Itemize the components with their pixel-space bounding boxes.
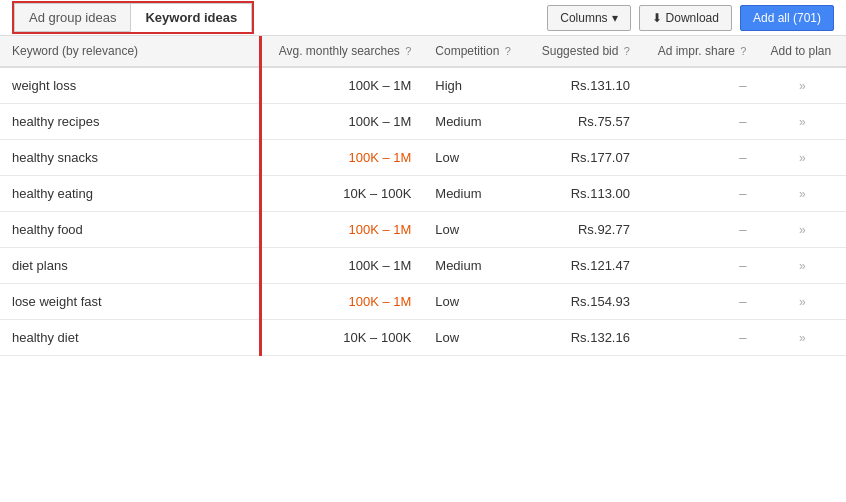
add-to-plan-icon[interactable]: »: [799, 187, 806, 201]
header-avg-monthly: Avg. monthly searches ?: [260, 36, 423, 67]
cell-avg-monthly: 100K – 1M: [260, 104, 423, 140]
header-add-to-plan: Add to plan: [758, 36, 846, 67]
header-keyword: Keyword (by relevance): [0, 36, 260, 67]
cell-add-to-plan[interactable]: »: [758, 320, 846, 356]
cell-keyword: diet plans: [0, 248, 260, 284]
cell-competition: Low: [423, 212, 526, 248]
cell-competition: Medium: [423, 176, 526, 212]
table-row: weight loss 100K – 1M High Rs.131.10 – »: [0, 67, 846, 104]
header-ad-impr: Ad impr. share ?: [642, 36, 759, 67]
cell-add-to-plan[interactable]: »: [758, 176, 846, 212]
add-to-plan-icon[interactable]: »: [799, 115, 806, 129]
keyword-table: Keyword (by relevance) Avg. monthly sear…: [0, 36, 846, 356]
cell-suggested-bid: Rs.131.10: [526, 67, 642, 104]
cell-suggested-bid: Rs.177.07: [526, 140, 642, 176]
add-to-plan-icon[interactable]: »: [799, 223, 806, 237]
competition-help-icon[interactable]: ?: [505, 45, 511, 57]
cell-avg-monthly: 100K – 1M: [260, 284, 423, 320]
cell-add-to-plan[interactable]: »: [758, 140, 846, 176]
cell-ad-impr: –: [642, 248, 759, 284]
table-header-row: Keyword (by relevance) Avg. monthly sear…: [0, 36, 846, 67]
keyword-table-container: Keyword (by relevance) Avg. monthly sear…: [0, 36, 846, 502]
download-label: Download: [666, 11, 719, 25]
add-to-plan-icon[interactable]: »: [799, 259, 806, 273]
add-to-plan-icon[interactable]: »: [799, 79, 806, 93]
cell-keyword: healthy eating: [0, 176, 260, 212]
add-all-button[interactable]: Add all (701): [740, 5, 834, 31]
header-competition: Competition ?: [423, 36, 526, 67]
add-all-label: Add all (701): [753, 11, 821, 25]
cell-avg-monthly: 100K – 1M: [260, 248, 423, 284]
tab-keyword-ideas[interactable]: Keyword ideas: [130, 3, 252, 32]
suggested-bid-help-icon[interactable]: ?: [624, 45, 630, 57]
table-row: healthy eating 10K – 100K Medium Rs.113.…: [0, 176, 846, 212]
cell-add-to-plan[interactable]: »: [758, 212, 846, 248]
tab-ad-group[interactable]: Ad group ideas: [14, 3, 130, 32]
table-row: healthy snacks 100K – 1M Low Rs.177.07 –…: [0, 140, 846, 176]
cell-competition: Low: [423, 284, 526, 320]
table-row: lose weight fast 100K – 1M Low Rs.154.93…: [0, 284, 846, 320]
cell-ad-impr: –: [642, 284, 759, 320]
cell-add-to-plan[interactable]: »: [758, 104, 846, 140]
cell-add-to-plan[interactable]: »: [758, 248, 846, 284]
cell-avg-monthly: 10K – 100K: [260, 176, 423, 212]
add-to-plan-icon[interactable]: »: [799, 295, 806, 309]
columns-arrow-icon: ▾: [612, 11, 618, 25]
cell-add-to-plan[interactable]: »: [758, 67, 846, 104]
cell-keyword: healthy snacks: [0, 140, 260, 176]
cell-suggested-bid: Rs.154.93: [526, 284, 642, 320]
cell-competition: Medium: [423, 104, 526, 140]
top-bar: Ad group ideas Keyword ideas Columns ▾ ⬇…: [0, 0, 846, 36]
cell-keyword: healthy diet: [0, 320, 260, 356]
table-row: healthy food 100K – 1M Low Rs.92.77 – »: [0, 212, 846, 248]
table-row: healthy diet 10K – 100K Low Rs.132.16 – …: [0, 320, 846, 356]
toolbar-right: Columns ▾ ⬇ Download Add all (701): [547, 5, 834, 31]
cell-ad-impr: –: [642, 67, 759, 104]
cell-avg-monthly: 100K – 1M: [260, 140, 423, 176]
download-icon: ⬇: [652, 11, 662, 25]
table-row: healthy recipes 100K – 1M Medium Rs.75.5…: [0, 104, 846, 140]
cell-keyword: healthy recipes: [0, 104, 260, 140]
cell-ad-impr: –: [642, 104, 759, 140]
cell-competition: High: [423, 67, 526, 104]
cell-suggested-bid: Rs.132.16: [526, 320, 642, 356]
add-to-plan-icon[interactable]: »: [799, 331, 806, 345]
cell-ad-impr: –: [642, 212, 759, 248]
cell-ad-impr: –: [642, 176, 759, 212]
cell-suggested-bid: Rs.75.57: [526, 104, 642, 140]
cell-avg-monthly: 10K – 100K: [260, 320, 423, 356]
cell-competition: Low: [423, 140, 526, 176]
columns-label: Columns: [560, 11, 607, 25]
cell-competition: Low: [423, 320, 526, 356]
cell-avg-monthly: 100K – 1M: [260, 212, 423, 248]
header-suggested-bid: Suggested bid ?: [526, 36, 642, 67]
columns-button[interactable]: Columns ▾: [547, 5, 630, 31]
download-button[interactable]: ⬇ Download: [639, 5, 732, 31]
cell-add-to-plan[interactable]: »: [758, 284, 846, 320]
cell-competition: Medium: [423, 248, 526, 284]
cell-suggested-bid: Rs.121.47: [526, 248, 642, 284]
tabs-wrapper: Ad group ideas Keyword ideas: [12, 1, 254, 34]
cell-keyword: weight loss: [0, 67, 260, 104]
avg-monthly-help-icon[interactable]: ?: [405, 45, 411, 57]
cell-ad-impr: –: [642, 320, 759, 356]
cell-suggested-bid: Rs.92.77: [526, 212, 642, 248]
add-to-plan-icon[interactable]: »: [799, 151, 806, 165]
ad-impr-help-icon[interactable]: ?: [740, 45, 746, 57]
cell-ad-impr: –: [642, 140, 759, 176]
cell-avg-monthly: 100K – 1M: [260, 67, 423, 104]
table-row: diet plans 100K – 1M Medium Rs.121.47 – …: [0, 248, 846, 284]
cell-suggested-bid: Rs.113.00: [526, 176, 642, 212]
cell-keyword: lose weight fast: [0, 284, 260, 320]
cell-keyword: healthy food: [0, 212, 260, 248]
